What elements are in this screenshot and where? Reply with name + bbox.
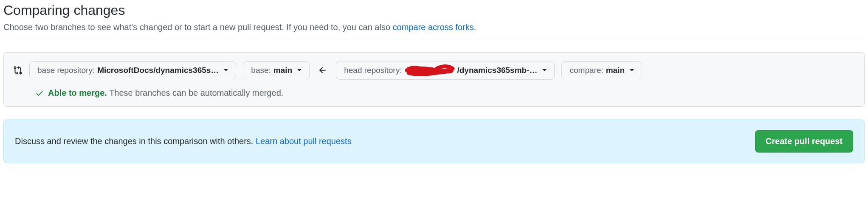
compare-box: base repository: MicrosoftDocs/dynamics3… [3,52,865,107]
caret-down-icon [542,69,547,72]
caret-down-icon [224,69,228,72]
base-repo-label: base repository: [37,66,95,75]
subtitle-suffix: . [474,22,476,32]
base-branch-selector[interactable]: base: main [243,61,310,79]
base-repo-value: MicrosoftDocs/dynamics365s… [97,66,219,75]
merge-status: Able to merge. These branches can be aut… [13,88,855,98]
subtitle-prefix: Choose two branches to see what's change… [3,22,393,32]
head-repo-value: /dynamics365smb-… [457,66,537,75]
create-pull-request-button[interactable]: Create pull request [755,130,853,153]
pr-prompt-box: Discuss and review the changes in this c… [3,120,865,163]
redacted-scribble [406,65,453,75]
caret-down-icon [297,69,302,72]
pr-prompt-text: Discuss and review the changes in this c… [15,136,352,146]
selectors-row: base repository: MicrosoftDocs/dynamics3… [13,61,855,80]
compare-branch-value: main [606,66,625,75]
head-repo-label: head repository: [344,66,402,75]
git-compare-icon [13,66,23,75]
merge-status-label: Able to merge. [48,88,107,97]
merge-status-detail: These branches can be automatically merg… [109,88,283,97]
base-branch-label: base: [251,66,271,75]
page-title: Comparing changes [3,3,865,18]
base-repository-selector[interactable]: base repository: MicrosoftDocs/dynamics3… [29,61,236,79]
divider [3,40,865,40]
head-repository-selector[interactable]: head repository: /dynamics365smb-… [336,61,555,80]
caret-down-icon [630,69,634,72]
arrow-left-icon [316,66,329,75]
pr-prompt-prefix: Discuss and review the changes in this c… [15,136,256,146]
base-branch-value: main [273,66,292,75]
page-subtitle: Choose two branches to see what's change… [3,22,865,32]
compare-branch-selector[interactable]: compare: main [561,61,642,79]
check-icon [35,89,44,97]
learn-about-pr-link[interactable]: Learn about pull requests [256,136,352,146]
compare-branch-label: compare: [569,66,603,75]
compare-across-forks-link[interactable]: compare across forks [393,22,474,32]
